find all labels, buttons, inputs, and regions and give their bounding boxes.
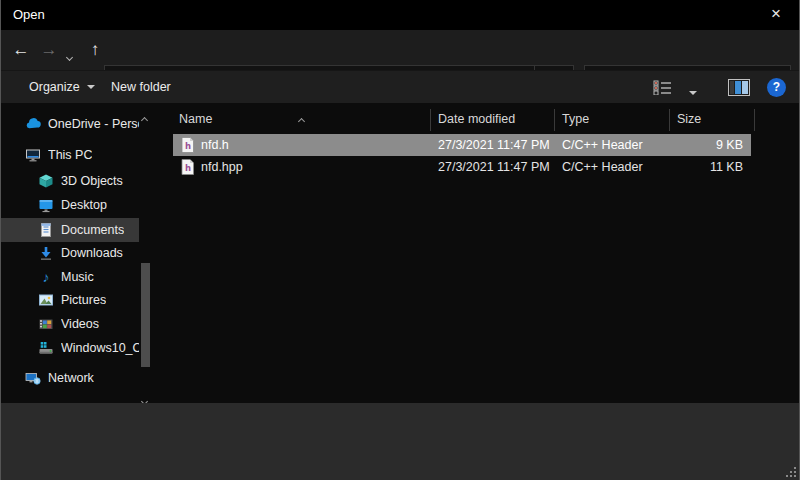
column-divider[interactable] [430, 109, 431, 131]
open-dialog-window: Open × ← → ↑ « GitHub nativefiledialog s… [0, 0, 800, 480]
sidebar-item-music[interactable]: ♪ Music [1, 265, 139, 289]
window-title: Open [13, 0, 45, 30]
sidebar-item-network[interactable]: Network [1, 366, 139, 390]
navigation-bar: ← → ↑ « GitHub nativefiledialog src incl… [1, 30, 799, 70]
desktop-icon [38, 197, 54, 213]
file-list: Name Date modified Type Size h nfd.h 27/… [169, 103, 800, 403]
sidebar: OneDrive - Persor This PC 3D Objects Des… [1, 103, 169, 403]
header-file-icon: h [181, 159, 194, 181]
view-options-chevron-icon[interactable] [689, 83, 697, 101]
this-pc-icon [25, 147, 41, 163]
sidebar-scroll-up-icon[interactable] [142, 109, 147, 127]
sort-ascending-icon [299, 110, 304, 128]
organize-button[interactable]: Organize [29, 71, 95, 104]
svg-text:h: h [185, 163, 191, 173]
sidebar-item-desktop[interactable]: Desktop [1, 193, 139, 217]
sidebar-item-videos[interactable]: Videos [1, 312, 139, 336]
toolbar: Organize New folder ? [1, 70, 799, 103]
details-view-icon[interactable] [653, 80, 672, 99]
onedrive-cloud-icon [25, 116, 41, 132]
downloads-icon [38, 245, 54, 261]
documents-icon [38, 222, 54, 238]
column-divider[interactable] [669, 109, 670, 131]
titlebar: Open × [1, 0, 799, 30]
sidebar-item-3d-objects[interactable]: 3D Objects [1, 169, 139, 193]
file-row-nfd-h[interactable]: h nfd.h 27/3/2021 11:47 PM C/C++ Header … [173, 134, 751, 156]
music-note-icon: ♪ [38, 269, 54, 285]
column-header-size[interactable]: Size [677, 105, 701, 133]
network-icon [25, 370, 41, 386]
close-icon[interactable]: × [753, 0, 799, 30]
column-divider[interactable] [554, 109, 555, 131]
footer-panel: File name: Headers (*.h;*.hpp) Open Canc… [1, 403, 799, 480]
sidebar-scrollbar-thumb[interactable] [141, 263, 150, 367]
help-icon[interactable]: ? [767, 78, 786, 97]
preview-pane-icon[interactable] [728, 79, 750, 100]
column-header-date-modified[interactable]: Date modified [438, 105, 515, 133]
pictures-icon [38, 292, 54, 308]
chevron-down-icon [87, 85, 95, 89]
sidebar-item-this-pc[interactable]: This PC [1, 143, 139, 167]
forward-icon[interactable]: → [37, 30, 61, 70]
column-divider[interactable] [754, 109, 755, 131]
new-folder-button[interactable]: New folder [111, 71, 171, 104]
sidebar-item-documents[interactable]: Documents [1, 218, 139, 242]
3d-cube-icon [38, 173, 54, 189]
main-area: OneDrive - Persor This PC 3D Objects Des… [1, 103, 799, 403]
sidebar-item-windows10-os[interactable]: Windows10_OS ( [1, 336, 139, 360]
videos-icon [38, 316, 54, 332]
column-header-type[interactable]: Type [562, 105, 589, 133]
back-icon[interactable]: ← [9, 30, 33, 70]
file-row-nfd-hpp[interactable]: h nfd.hpp 27/3/2021 11:47 PM C/C++ Heade… [173, 156, 751, 178]
sidebar-item-downloads[interactable]: Downloads [1, 241, 139, 265]
history-chevron-icon[interactable] [67, 46, 72, 64]
sidebar-item-onedrive[interactable]: OneDrive - Persor [1, 112, 139, 136]
sidebar-item-pictures[interactable]: Pictures [1, 288, 139, 312]
up-icon[interactable]: ↑ [83, 30, 107, 70]
column-header-name[interactable]: Name [179, 105, 212, 133]
svg-text:h: h [185, 141, 191, 151]
drive-icon [38, 340, 54, 356]
resize-grip[interactable] [784, 465, 796, 477]
